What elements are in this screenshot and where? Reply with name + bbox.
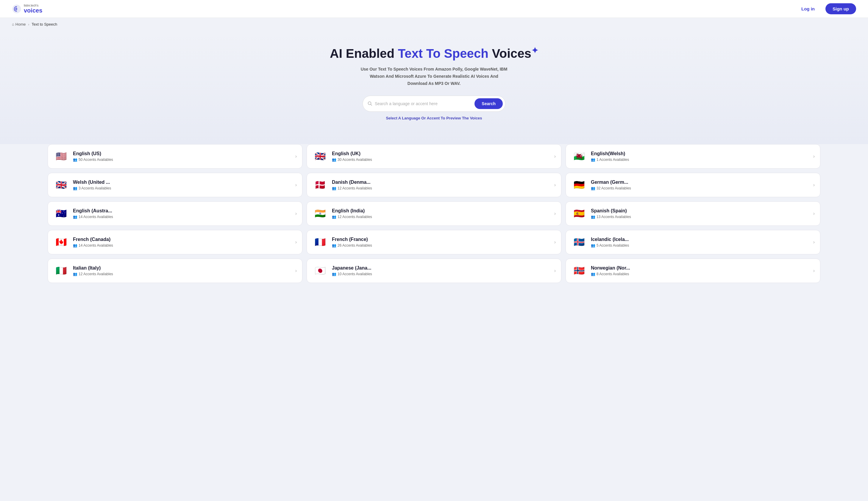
search-button[interactable]: Search [474, 98, 503, 109]
people-icon: 👥 [591, 243, 595, 247]
breadcrumb-current: Text to Speech [32, 22, 57, 26]
flag-icon: 🇫🇷 [312, 234, 328, 250]
lang-name: English (India) [332, 208, 550, 214]
header-nav: Log in Sign up [796, 3, 856, 14]
flag-icon: 🇬🇧 [53, 177, 69, 193]
lang-accents-count: 10 Accents Availables [338, 272, 372, 276]
language-card[interactable]: 🇯🇵 Japanese (Jana... 👥 10 Accents Availa… [307, 258, 561, 283]
lang-info: Welsh (United ... 👥 3 Accents Availables [73, 180, 291, 190]
lang-info: French (France) 👥 26 Accents Availables [332, 237, 550, 247]
people-icon: 👥 [73, 158, 77, 162]
home-icon: ⌂ [12, 22, 14, 26]
lang-accents: 👥 10 Accents Availables [332, 272, 550, 276]
lang-name: Japanese (Jana... [332, 265, 550, 271]
chevron-right-icon: › [813, 268, 815, 274]
lang-accents: 👥 12 Accents Availables [332, 215, 550, 219]
lang-accents: 👥 5 Accents Availables [591, 243, 809, 247]
breadcrumb: ⌂ Home › Text to Speech [0, 18, 868, 31]
people-icon: 👥 [73, 243, 77, 247]
search-hint: Select A Language Or Accent To Preview T… [6, 116, 862, 120]
flag-icon: 🇩🇪 [571, 177, 587, 193]
language-card[interactable]: 🇺🇸 English (US) 👥 50 Accents Availables … [48, 144, 303, 169]
flag-icon: 🇦🇺 [53, 206, 69, 221]
lang-info: Norwegian (Nor... 👥 8 Accents Availables [591, 265, 809, 276]
logo-small-text: listnr.tech's [24, 4, 42, 7]
header: listnr.tech's voices Log in Sign up [0, 0, 868, 18]
people-icon: 👥 [591, 158, 595, 162]
flag-icon: 🇨🇦 [53, 234, 69, 250]
lang-info: Spanish (Spain) 👥 13 Accents Availables [591, 208, 809, 219]
lang-accents: 👥 1 Accents Availables [591, 158, 809, 162]
language-card[interactable]: 🇪🇸 Spanish (Spain) 👥 13 Accents Availabl… [565, 201, 820, 226]
lang-name: Icelandic (Icela... [591, 237, 809, 242]
lang-accents: 👥 8 Accents Availables [591, 272, 809, 276]
hero-title: AI Enabled Text To Speech Voices✦ [6, 45, 862, 61]
lang-accents: 👥 12 Accents Availables [73, 272, 291, 276]
lang-accents-count: 12 Accents Availables [338, 186, 372, 190]
chevron-right-icon: › [554, 211, 556, 216]
language-card[interactable]: 🇩🇪 German (Germ... 👥 32 Accents Availabl… [565, 173, 820, 197]
lang-accents-count: 26 Accents Availables [338, 243, 372, 247]
people-icon: 👥 [73, 215, 77, 219]
lang-name: French (France) [332, 237, 550, 242]
search-box: Search [363, 96, 505, 112]
lang-info: German (Germ... 👥 32 Accents Availables [591, 180, 809, 190]
language-card[interactable]: 🇬🇧 English (UK) 👥 30 Accents Availables … [307, 144, 561, 169]
signup-button[interactable]: Sign up [825, 3, 856, 14]
chevron-right-icon: › [295, 154, 297, 159]
logo-big-text: voices [24, 7, 42, 14]
search-input[interactable] [375, 101, 472, 106]
lang-info: English (India) 👥 12 Accents Availables [332, 208, 550, 219]
language-card[interactable]: 🇦🇺 English (Austra... 👥 14 Accents Avail… [48, 201, 303, 226]
lang-info: English(Welsh) 👥 1 Accents Availables [591, 151, 809, 162]
language-card[interactable]: 🇩🇰 Danish (Denma... 👥 12 Accents Availab… [307, 173, 561, 197]
lang-accents: 👥 30 Accents Availables [332, 158, 550, 162]
breadcrumb-home-label: Home [15, 22, 26, 26]
lang-accents-count: 30 Accents Availables [338, 158, 372, 162]
lang-accents-count: 14 Accents Availables [79, 243, 113, 247]
hero-title-suffix: Voices [488, 46, 531, 61]
language-grid-section: 🇺🇸 English (US) 👥 50 Accents Availables … [0, 144, 868, 301]
lang-info: Japanese (Jana... 👥 10 Accents Available… [332, 265, 550, 276]
people-icon: 👥 [591, 272, 595, 276]
chevron-right-icon: › [813, 239, 815, 245]
language-card[interactable]: 🇨🇦 French (Canada) 👥 14 Accents Availabl… [48, 230, 303, 254]
chevron-right-icon: › [813, 211, 815, 216]
hero-title-prefix: AI Enabled [330, 46, 398, 61]
lang-accents-count: 8 Accents Availables [596, 272, 629, 276]
language-card[interactable]: 🇮🇳 English (India) 👥 12 Accents Availabl… [307, 201, 561, 226]
language-card[interactable]: 🇫🇷 French (France) 👥 26 Accents Availabl… [307, 230, 561, 254]
lang-info: French (Canada) 👥 14 Accents Availables [73, 237, 291, 247]
hero-section: AI Enabled Text To Speech Voices✦ Use Ou… [0, 31, 868, 144]
language-card[interactable]: 🇮🇸 Icelandic (Icela... 👥 5 Accents Avail… [565, 230, 820, 254]
language-card[interactable]: 🇬🇧 Welsh (United ... 👥 3 Accents Availab… [48, 173, 303, 197]
language-card[interactable]: 🏴󠁧󠁢󠁷󠁬󠁳󠁿 English(Welsh) 👥 1 Accents Avail… [565, 144, 820, 169]
flag-icon: 🏴󠁧󠁢󠁷󠁬󠁳󠁿 [571, 149, 587, 164]
lang-accents-count: 50 Accents Availables [79, 158, 113, 162]
breadcrumb-home-link[interactable]: ⌂ Home [12, 22, 26, 26]
flag-icon: 🇮🇹 [53, 263, 69, 278]
language-card[interactable]: 🇳🇴 Norwegian (Nor... 👥 8 Accents Availab… [565, 258, 820, 283]
people-icon: 👥 [332, 158, 336, 162]
logo: listnr.tech's voices [12, 4, 42, 14]
chevron-right-icon: › [295, 182, 297, 188]
lang-accents-count: 13 Accents Availables [596, 215, 631, 219]
lang-info: Icelandic (Icela... 👥 5 Accents Availabl… [591, 237, 809, 247]
people-icon: 👥 [73, 272, 77, 276]
logo-text: listnr.tech's voices [24, 4, 42, 14]
lang-name: Italian (Italy) [73, 265, 291, 271]
login-button[interactable]: Log in [796, 4, 820, 14]
lang-accents: 👥 50 Accents Availables [73, 158, 291, 162]
lang-name: Welsh (United ... [73, 180, 291, 185]
lang-accents: 👥 14 Accents Availables [73, 243, 291, 247]
flag-icon: 🇳🇴 [571, 263, 587, 278]
people-icon: 👥 [591, 186, 595, 190]
lang-accents: 👥 26 Accents Availables [332, 243, 550, 247]
lang-accents: 👥 3 Accents Availables [73, 186, 291, 190]
language-card[interactable]: 🇮🇹 Italian (Italy) 👥 12 Accents Availabl… [48, 258, 303, 283]
chevron-right-icon: › [813, 154, 815, 159]
lang-accents: 👥 32 Accents Availables [591, 186, 809, 190]
lang-info: Italian (Italy) 👥 12 Accents Availables [73, 265, 291, 276]
language-grid: 🇺🇸 English (US) 👥 50 Accents Availables … [48, 144, 820, 283]
lang-accents: 👥 14 Accents Availables [73, 215, 291, 219]
